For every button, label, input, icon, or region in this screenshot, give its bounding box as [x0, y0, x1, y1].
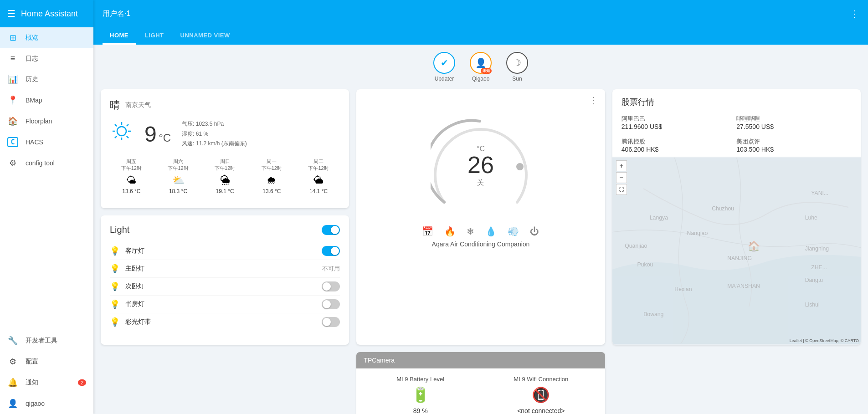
stock-name-tencent: 腾讯控股	[621, 138, 737, 146]
sun-circle: ☽	[506, 52, 528, 74]
sidebar-item-bmap[interactable]: 📍 BMap	[0, 90, 93, 111]
weather-temp-wrapper: 9 °C	[144, 122, 171, 147]
stock-price-bilibili: 27.5500 US$	[736, 123, 852, 130]
stock-name-bilibili: 哔哩哔哩	[736, 115, 852, 123]
svg-text:🏠: 🏠	[748, 240, 760, 252]
notifications-badge: 2	[78, 379, 86, 386]
forecast-day-3: 周一下午12时 🌧 13.6 °C	[250, 158, 293, 194]
tp-camera-card: TPCamera MI 9 Battery Level 🔋 89 % MI 9 …	[356, 352, 605, 414]
light-toggle-strip[interactable]	[322, 317, 340, 327]
topbar-menu-icon[interactable]: ⋮	[850, 8, 859, 19]
sidebar-item-notifications[interactable]: 🔔 通知 2	[0, 372, 93, 393]
map-zoom-in[interactable]: +	[616, 160, 627, 171]
map-svg: Langya Quanjiao Chuzhou Nanqiao Pukou NA…	[612, 157, 861, 345]
ac-btn-dry[interactable]: 💧	[485, 226, 497, 237]
sidebar-item-label-bmap: BMap	[26, 97, 42, 104]
light-toggle-study[interactable]	[322, 299, 340, 309]
sidebar-nav: ⊞ 概览 ≡ 日志 📊 历史 📍 BMap 🏠 Floorplan C HACS…	[0, 27, 93, 330]
entity-sun[interactable]: ☽ Sun	[506, 52, 528, 82]
sidebar-item-config[interactable]: ⚙ 配置	[0, 351, 93, 372]
menu-icon[interactable]: ☰	[7, 8, 15, 19]
sun-label: Sun	[512, 76, 522, 82]
light-master-toggle[interactable]	[322, 225, 340, 235]
light-name-secondary: 次卧灯	[125, 282, 316, 291]
sidebar-item-hacs[interactable]: C HACS	[0, 132, 93, 153]
svg-text:ZHE...: ZHE...	[811, 264, 827, 271]
tp-battery-value: 89 %	[413, 407, 428, 414]
entity-updater[interactable]: ✔ Updater	[433, 52, 455, 82]
wifi-disconnected-icon: 📵	[532, 386, 550, 404]
stock-map: Langya Quanjiao Chuzhou Nanqiao Pukou NA…	[612, 157, 861, 345]
bulb-living-icon: 💡	[110, 246, 120, 256]
sidebar-item-logbook[interactable]: ≡ 日志	[0, 48, 93, 69]
light-item-study: 💡 书房灯	[110, 296, 340, 313]
tab-light[interactable]: LIGHT	[138, 27, 171, 45]
ac-btn-fan[interactable]: 💨	[508, 226, 519, 237]
light-toggle-secondary[interactable]	[322, 281, 340, 291]
ac-card: ⋮ °C 26	[356, 89, 605, 345]
light-item-living: 💡 客厅灯	[110, 242, 340, 260]
entity-status-row: ✔ Updater 👤 未知 Qigaoo ☽ Sun	[101, 52, 861, 82]
ac-name: Aqara Air Conditioning Companion	[432, 240, 530, 248]
ac-more-icon[interactable]: ⋮	[589, 95, 598, 106]
map-zoom-out[interactable]: −	[616, 172, 627, 183]
sidebar-header: ☰ Home Assistant	[0, 0, 93, 27]
ac-circle-wrapper: °C 26 关	[431, 116, 531, 216]
weather-card: 晴 南京天气	[101, 89, 349, 208]
sidebar-item-views[interactable]: ⊞ 概览	[0, 27, 93, 48]
svg-point-9	[516, 163, 524, 170]
weather-main: 9 °C 气压: 1023.5 hPa 湿度: 61 % 风速: 11.2 km…	[110, 119, 340, 149]
sidebar-item-history[interactable]: 📊 历史	[0, 69, 93, 90]
dashboard: ✔ Updater 👤 未知 Qigaoo ☽ Sun	[93, 45, 868, 414]
sidebar-item-user[interactable]: 👤 qigaoo	[0, 393, 93, 414]
map-fullscreen[interactable]: ⛶	[616, 184, 627, 195]
svg-text:Luhe: Luhe	[805, 215, 817, 221]
tab-unnamed[interactable]: UNNAMED VIEW	[173, 27, 237, 45]
tabs-bar: HOME LIGHT UNNAMED VIEW	[93, 27, 868, 45]
ac-btn-cool[interactable]: ❄	[467, 226, 474, 237]
svg-line-7	[127, 124, 128, 126]
qigaoo-badge: 未知	[481, 68, 492, 74]
forecast-day-4: 周二下午12时 🌥 14.1 °C	[297, 158, 340, 194]
ac-btn-calendar[interactable]: 📅	[422, 226, 433, 237]
svg-text:Quanjiao: Quanjiao	[625, 243, 647, 249]
bulb-master-icon: 💡	[110, 264, 120, 274]
sidebar-item-floorplan[interactable]: 🏠 Floorplan	[0, 111, 93, 132]
sidebar-item-label-devtools: 开发者工具	[26, 337, 57, 345]
weather-pressure: 气压: 1023.5 hPa	[182, 119, 247, 129]
ac-card-body: °C 26 关 📅 🔥 ❄ 💧 💨 ⏻ Aqara Air Conditioni	[356, 111, 605, 345]
tab-home[interactable]: HOME	[103, 27, 136, 45]
light-title: Light	[110, 225, 129, 235]
weather-temp: 9	[144, 122, 157, 146]
ac-btn-power[interactable]: ⏻	[530, 226, 539, 237]
entity-qigaoo[interactable]: 👤 未知 Qigaoo	[470, 52, 492, 82]
weather-forecast: 周五下午12时 🌤 13.6 °C 周六下午12时 ⛅ 18.3 °C 周日下午…	[110, 158, 340, 194]
logbook-icon: ≡	[7, 54, 18, 63]
weather-condition: 晴	[110, 98, 120, 112]
stock-name-alibaba: 阿里巴巴	[621, 115, 737, 123]
ac-btn-heat[interactable]: 🔥	[444, 226, 456, 237]
light-toggle-living[interactable]	[322, 246, 340, 256]
sidebar-item-config-tool[interactable]: ⚙ config tool	[0, 153, 93, 174]
sidebar-item-label-floorplan: Floorplan	[26, 118, 52, 125]
stock-price-alibaba: 211.9600 US$	[621, 123, 737, 130]
ac-controls: 📅 🔥 ❄ 💧 💨 ⏻	[422, 226, 539, 237]
forecast-day-2: 周日下午12时 🌦 19.1 °C	[203, 158, 247, 194]
cards-grid: 晴 南京天气	[101, 89, 861, 414]
light-item-secondary: 💡 次卧灯	[110, 278, 340, 296]
sidebar-item-label-hacs: HACS	[26, 138, 43, 146]
sidebar-item-devtools[interactable]: 🔧 开发者工具	[0, 330, 93, 351]
sidebar-item-label-history: 历史	[26, 75, 38, 83]
updater-icon: ✔	[441, 57, 448, 68]
svg-text:Dangtu: Dangtu	[805, 277, 823, 283]
sidebar-item-label-config-tool: config tool	[26, 159, 55, 167]
sidebar-item-label-user: qigaoo	[26, 400, 45, 407]
sun-icon: ☽	[513, 57, 521, 68]
ac-temp-display: °C 26 关	[467, 145, 494, 187]
stock-name-meituan: 美团点评	[736, 138, 852, 146]
qigaoo-label: Qigaoo	[472, 76, 490, 82]
forecast-day-1: 周六下午12时 ⛅ 18.3 °C	[157, 158, 200, 194]
stock-item-meituan: 美团点评 103.500 HK$	[736, 134, 852, 157]
stock-item-tencent: 腾讯控股 406.200 HK$	[621, 134, 737, 157]
light-unavailable-master: 不可用	[322, 265, 340, 273]
